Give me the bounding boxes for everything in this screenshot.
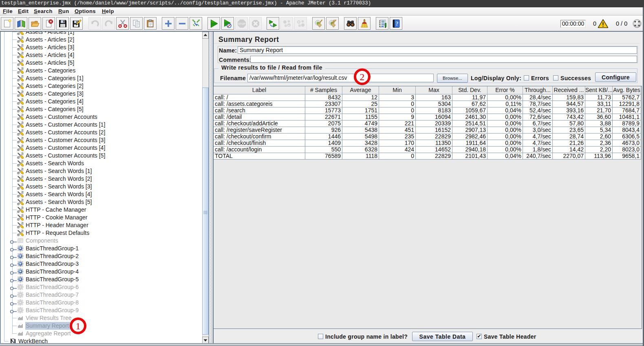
svg-text:■: ■	[288, 24, 290, 26]
svg-text:STOP: STOP	[238, 22, 245, 25]
svg-text:?: ?	[396, 21, 399, 27]
